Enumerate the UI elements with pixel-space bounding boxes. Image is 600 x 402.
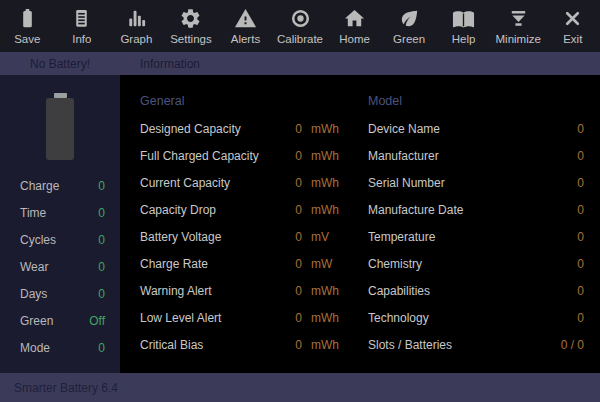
alerts-warning-icon: [234, 7, 257, 30]
field-value: 0: [538, 122, 584, 136]
model-section: Model Device Name 0 Manufacturer 0 Seria…: [368, 88, 584, 373]
stat-label: Mode: [20, 341, 50, 355]
battery-body: [46, 98, 74, 160]
field-label: Critical Bias: [140, 338, 272, 352]
model-row: Capabilities 0: [368, 277, 584, 304]
app-window: Save Info Graph Settings Alerts: [0, 0, 600, 402]
toolbar-label: Exit: [563, 34, 582, 46]
toolbar-button-settings[interactable]: Settings: [164, 0, 219, 52]
toolbar-label: Minimize: [496, 34, 541, 46]
field-value: 0: [538, 149, 584, 163]
field-label: Warning Alert: [140, 284, 272, 298]
stat-value: 0: [98, 233, 105, 247]
general-row: Full Charged Capacity 0 mWh: [140, 142, 352, 169]
toolbar-button-help[interactable]: Help: [436, 0, 491, 52]
general-row: Warning Alert 0 mWh: [140, 277, 352, 304]
field-value: 0: [538, 284, 584, 298]
graph-bars-icon: [125, 7, 148, 30]
green-leaf-icon: [398, 7, 421, 30]
toolbar-button-alerts[interactable]: Alerts: [218, 0, 273, 52]
stat-label: Charge: [20, 179, 59, 193]
home-icon: [343, 7, 366, 30]
field-label: Serial Number: [368, 176, 538, 190]
field-label: Manufacture Date: [368, 203, 538, 217]
toolbar-label: Green: [393, 34, 425, 46]
toolbar-button-home[interactable]: Home: [327, 0, 382, 52]
sidebar-stat-row: Charge 0: [0, 172, 120, 199]
sidebar-stat-row: Time 0: [0, 199, 120, 226]
field-value: 0: [272, 311, 302, 325]
stat-label: Time: [20, 206, 46, 220]
toolbar-button-info[interactable]: Info: [55, 0, 110, 52]
model-row: Manufacturer 0: [368, 142, 584, 169]
tab-information[interactable]: Information: [140, 57, 200, 71]
stat-value: Off: [89, 314, 105, 328]
sidebar-stats: Charge 0 Time 0 Cycles 0 Wear 0 Days 0 G…: [0, 172, 120, 361]
toolbar-button-minimize[interactable]: Minimize: [491, 0, 546, 52]
stat-label: Days: [20, 287, 47, 301]
toolbar-label: Calibrate: [277, 34, 323, 46]
battery-save-icon: [16, 7, 39, 30]
field-unit: mWh: [302, 122, 352, 136]
general-section: General Designed Capacity 0 mWh Full Cha…: [140, 88, 352, 373]
info-document-icon: [70, 7, 93, 30]
battery-status-text: No Battery!: [0, 57, 120, 71]
general-row: Designed Capacity 0 mWh: [140, 115, 352, 142]
stat-label: Wear: [20, 260, 48, 274]
general-row: Charge Rate 0 mW: [140, 250, 352, 277]
toolbar-label: Alerts: [231, 34, 260, 46]
field-label: Slots / Batteries: [368, 338, 538, 352]
field-label: Full Charged Capacity: [140, 149, 272, 163]
general-row: Battery Voltage 0 mV: [140, 223, 352, 250]
field-unit: mWh: [302, 149, 352, 163]
field-value: 0: [272, 257, 302, 271]
model-row: Temperature 0: [368, 223, 584, 250]
model-row: Technology 0: [368, 304, 584, 331]
toolbar-button-green[interactable]: Green: [382, 0, 437, 52]
model-row: Serial Number 0: [368, 169, 584, 196]
stat-label: Cycles: [20, 233, 56, 247]
toolbar-button-exit[interactable]: Exit: [545, 0, 600, 52]
status-bar-text: Smarter Battery 6.4: [14, 381, 118, 395]
field-value: 0: [272, 230, 302, 244]
toolbar-button-graph[interactable]: Graph: [109, 0, 164, 52]
content-area: Charge 0 Time 0 Cycles 0 Wear 0 Days 0 G…: [0, 75, 600, 373]
sidebar-stat-row: Mode 0: [0, 334, 120, 361]
field-unit: mW: [302, 257, 352, 271]
field-label: Temperature: [368, 230, 538, 244]
toolbar-label: Save: [14, 34, 40, 46]
field-label: Low Level Alert: [140, 311, 272, 325]
field-value: 0: [272, 122, 302, 136]
stat-value: 0: [98, 341, 105, 355]
field-value: 0: [272, 284, 302, 298]
toolbar: Save Info Graph Settings Alerts: [0, 0, 600, 52]
toolbar-button-save[interactable]: Save: [0, 0, 55, 52]
stat-value: 0: [98, 206, 105, 220]
field-value: 0: [538, 230, 584, 244]
stat-value: 0: [98, 179, 105, 193]
sidebar-stat-row: Cycles 0: [0, 226, 120, 253]
toolbar-button-calibrate[interactable]: Calibrate: [273, 0, 328, 52]
field-label: Capacity Drop: [140, 203, 272, 217]
model-row: Manufacture Date 0: [368, 196, 584, 223]
toolbar-label: Settings: [170, 34, 212, 46]
sidebar-stat-row: Days 0: [0, 280, 120, 307]
field-unit: mWh: [302, 284, 352, 298]
battery-graphic: [46, 93, 74, 160]
field-value: 0: [538, 257, 584, 271]
general-section-title: General: [140, 88, 352, 115]
toolbar-label: Info: [72, 34, 91, 46]
field-label: Technology: [368, 311, 538, 325]
stat-value: 0: [98, 287, 105, 301]
settings-gear-icon: [179, 7, 202, 30]
stat-label: Green: [20, 314, 53, 328]
field-value: 0: [538, 203, 584, 217]
field-unit: mWh: [302, 203, 352, 217]
general-row: Critical Bias 0 mWh: [140, 331, 352, 358]
field-value: 0 / 0: [538, 338, 584, 352]
field-unit: mWh: [302, 311, 352, 325]
calibrate-target-icon: [289, 7, 312, 30]
status-bar: Smarter Battery 6.4: [0, 373, 600, 402]
sidebar-stat-row: Wear 0: [0, 253, 120, 280]
field-label: Battery Voltage: [140, 230, 272, 244]
